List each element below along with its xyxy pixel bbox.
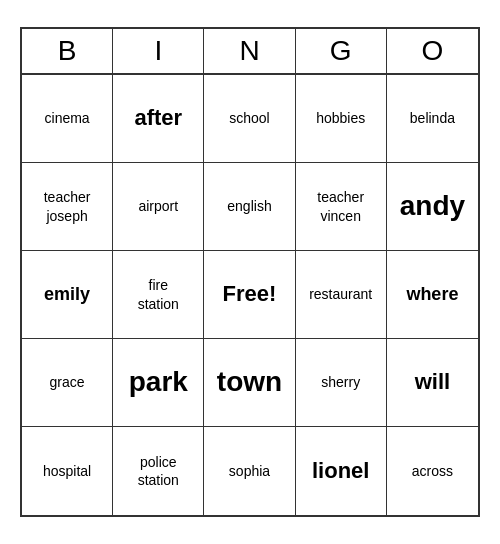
header-letter-i: I — [113, 29, 204, 73]
cell-3: hobbies — [296, 75, 387, 163]
bingo-grid: cinemaafterschoolhobbiesbelindateacherjo… — [22, 75, 478, 515]
header-letter-o: O — [387, 29, 478, 73]
cell-5: teacherjoseph — [22, 163, 113, 251]
cell-23: lionel — [296, 427, 387, 515]
cell-7: english — [204, 163, 295, 251]
cell-15: grace — [22, 339, 113, 427]
cell-4: belinda — [387, 75, 478, 163]
bingo-card: BINGO cinemaafterschoolhobbiesbelindatea… — [20, 27, 480, 517]
bingo-header: BINGO — [22, 29, 478, 75]
cell-14: where — [387, 251, 478, 339]
cell-22: sophia — [204, 427, 295, 515]
cell-11: firestation — [113, 251, 204, 339]
cell-2: school — [204, 75, 295, 163]
cell-10: emily — [22, 251, 113, 339]
header-letter-b: B — [22, 29, 113, 73]
header-letter-n: N — [204, 29, 295, 73]
cell-6: airport — [113, 163, 204, 251]
cell-9: andy — [387, 163, 478, 251]
cell-13: restaurant — [296, 251, 387, 339]
cell-24: across — [387, 427, 478, 515]
cell-0: cinema — [22, 75, 113, 163]
header-letter-g: G — [296, 29, 387, 73]
cell-1: after — [113, 75, 204, 163]
cell-19: will — [387, 339, 478, 427]
cell-18: sherry — [296, 339, 387, 427]
cell-21: policestation — [113, 427, 204, 515]
cell-8: teachervincen — [296, 163, 387, 251]
cell-12: Free! — [204, 251, 295, 339]
cell-20: hospital — [22, 427, 113, 515]
cell-16: park — [113, 339, 204, 427]
cell-17: town — [204, 339, 295, 427]
